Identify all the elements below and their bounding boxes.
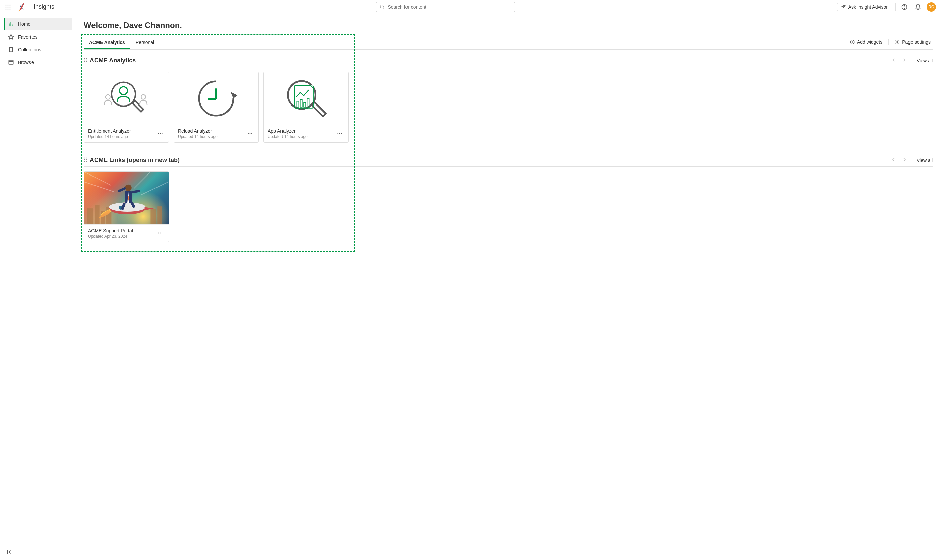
svg-point-30 — [85, 61, 85, 62]
svg-point-39 — [162, 132, 163, 134]
chevron-right-icon — [902, 157, 907, 162]
drag-handle-icon[interactable] — [84, 57, 88, 64]
svg-point-27 — [86, 58, 88, 59]
search-input-wrapper[interactable] — [376, 2, 515, 12]
svg-point-3 — [5, 6, 6, 8]
view-all-link[interactable]: View all — [912, 158, 932, 163]
card-thumbnail — [84, 172, 169, 225]
card-reload-analyzer[interactable]: Reload Analyzer Updated 14 hours ago — [174, 72, 259, 143]
section-acme-analytics: ACME Analytics View all — [84, 56, 932, 143]
card-subtitle: Updated 14 hours ago — [268, 134, 308, 139]
help-icon[interactable] — [900, 2, 909, 12]
svg-point-5 — [9, 6, 11, 8]
sidebar-item-favorites[interactable]: Favorites — [4, 31, 72, 43]
svg-point-8 — [9, 8, 11, 9]
svg-rect-55 — [300, 100, 302, 107]
sidebar-item-home[interactable]: Home — [4, 18, 72, 30]
search-input[interactable] — [388, 5, 512, 10]
card-subtitle: Updated 14 hours ago — [178, 134, 218, 139]
svg-point-4 — [8, 6, 8, 8]
svg-point-7 — [8, 8, 8, 9]
welcome-heading: Welcome, Dave Channon. — [84, 21, 932, 30]
card-more-menu[interactable] — [246, 129, 254, 138]
card-app-analyzer[interactable]: App Analyzer Updated 14 hours ago — [264, 72, 348, 143]
svg-rect-18 — [9, 60, 14, 64]
svg-rect-68 — [95, 205, 100, 225]
svg-line-86 — [84, 182, 114, 192]
section-next-button[interactable] — [901, 156, 908, 165]
svg-point-35 — [106, 94, 110, 99]
grid-icon — [8, 59, 14, 65]
svg-point-65 — [85, 161, 85, 162]
svg-point-80 — [125, 185, 132, 191]
card-entitlement-analyzer[interactable]: Entitlement Analyzer Updated 14 hours ag… — [84, 72, 169, 143]
tab-personal[interactable]: Personal — [130, 36, 160, 49]
svg-point-38 — [160, 132, 161, 134]
svg-point-63 — [85, 159, 85, 160]
main-content: Welcome, Dave Channon. ACME Analytics Pe… — [76, 14, 940, 560]
sidebar-item-label: Home — [18, 22, 31, 27]
sidebar-item-browse[interactable]: Browse — [4, 56, 72, 68]
svg-line-11 — [383, 8, 384, 9]
sidebar-item-collections[interactable]: Collections — [4, 43, 72, 55]
view-all-link[interactable]: View all — [912, 58, 932, 63]
collapse-sidebar-button[interactable] — [5, 547, 14, 557]
svg-rect-79 — [128, 195, 129, 200]
svg-point-37 — [158, 132, 159, 134]
svg-rect-47 — [312, 102, 326, 116]
svg-point-9 — [22, 5, 23, 5]
app-launcher-icon[interactable] — [4, 3, 12, 11]
svg-point-25 — [897, 41, 898, 43]
svg-point-90 — [160, 232, 161, 234]
card-acme-support-portal[interactable]: ACME Support Portal Updated Apr 23, 2024 — [84, 171, 169, 243]
svg-rect-82 — [131, 189, 140, 193]
ask-label: Ask Insight Advisor — [848, 5, 888, 10]
svg-point-91 — [162, 232, 163, 234]
svg-point-66 — [86, 161, 88, 162]
page-settings-label: Page settings — [902, 39, 931, 45]
sidebar-item-label: Browse — [18, 60, 34, 65]
add-widgets-button[interactable]: Add widgets — [849, 39, 882, 45]
plus-circle-icon — [849, 39, 855, 45]
svg-point-64 — [86, 159, 88, 160]
svg-point-26 — [85, 58, 85, 59]
svg-point-1 — [8, 5, 8, 5]
section-next-button[interactable] — [901, 56, 908, 65]
notifications-icon[interactable] — [913, 2, 923, 12]
sidebar: Home Favorites Collections Browse — [0, 14, 76, 560]
svg-point-13 — [904, 8, 905, 8]
card-more-menu[interactable] — [156, 129, 165, 138]
svg-rect-54 — [297, 101, 299, 107]
svg-line-87 — [134, 172, 151, 189]
sparkle-icon — [841, 5, 846, 10]
gear-icon — [895, 39, 900, 45]
svg-point-60 — [341, 132, 342, 134]
svg-point-2 — [9, 5, 11, 5]
svg-point-31 — [86, 61, 88, 62]
svg-point-58 — [337, 132, 339, 134]
ask-insight-advisor-button[interactable]: Ask Insight Advisor — [837, 3, 891, 11]
svg-point-62 — [86, 158, 88, 159]
svg-point-29 — [86, 60, 88, 61]
svg-point-28 — [85, 60, 85, 61]
card-title: Entitlement Analyzer — [88, 128, 131, 134]
section-prev-button[interactable] — [890, 56, 897, 65]
tab-acme-analytics[interactable]: ACME Analytics — [84, 36, 130, 49]
card-subtitle: Updated Apr 23, 2024 — [88, 234, 133, 239]
svg-point-0 — [5, 5, 6, 5]
card-title: App Analyzer — [268, 128, 308, 134]
svg-point-52 — [303, 95, 304, 96]
app-title: Insights — [34, 3, 54, 11]
avatar[interactable]: DC — [926, 2, 936, 12]
svg-point-61 — [85, 158, 85, 159]
svg-point-6 — [5, 8, 6, 9]
card-more-menu[interactable] — [156, 229, 165, 238]
section-prev-button[interactable] — [890, 156, 897, 165]
more-horizontal-icon — [247, 130, 253, 136]
svg-point-53 — [308, 89, 309, 91]
svg-point-36 — [141, 94, 146, 99]
drag-handle-icon[interactable] — [84, 157, 88, 163]
card-title: Reload Analyzer — [178, 128, 218, 134]
card-more-menu[interactable] — [336, 129, 344, 138]
page-settings-button[interactable]: Page settings — [895, 39, 931, 45]
